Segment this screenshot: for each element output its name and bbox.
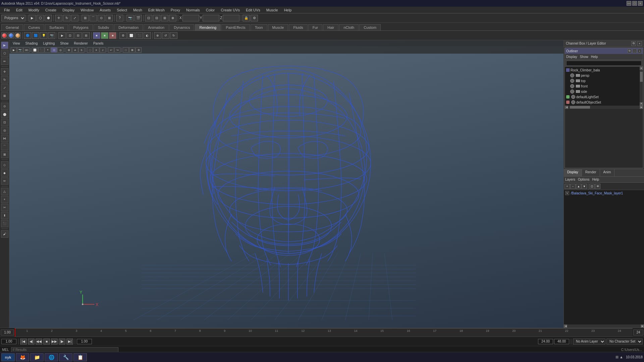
outliner-scroll-up[interactable]: ▲ — [640, 67, 643, 70]
outliner-item-side[interactable]: side — [565, 89, 640, 94]
tab-surfaces[interactable]: Surfaces — [45, 24, 68, 31]
lt-move[interactable]: ✛ — [1, 68, 8, 75]
le-hscroll-right[interactable]: ▶ — [641, 324, 644, 328]
tab-painteffects[interactable]: PaintEffects — [221, 24, 250, 31]
tab-curves[interactable]: Curves — [24, 24, 44, 31]
shelf-render2[interactable]: ⊡ — [66, 32, 74, 39]
vpm-view[interactable]: View — [11, 41, 22, 46]
win-controls[interactable]: — □ × — [627, 1, 643, 6]
outliner-close[interactable]: × — [638, 49, 642, 53]
tb-tool3[interactable]: ⊞ — [161, 15, 168, 21]
outliner-float[interactable]: ⧉ — [628, 49, 632, 53]
le-tab-anim[interactable]: Anim — [600, 169, 615, 176]
le-tb-new[interactable]: + — [565, 184, 570, 189]
vtb-3d[interactable]: 3D — [23, 47, 30, 53]
le-tab-display[interactable]: Display — [564, 169, 582, 176]
tb-render-region[interactable]: 📷 — [126, 15, 134, 21]
shelf-camera[interactable]: 📷 — [48, 32, 55, 39]
taskbar-tool2[interactable]: 📋 — [73, 353, 87, 361]
timeline-start-input[interactable] — [1, 329, 14, 336]
le-tb-move-up[interactable]: ▲ — [576, 184, 581, 189]
menu-assets[interactable]: Assets — [97, 7, 113, 13]
tb-snap-grid[interactable]: ⊞ — [82, 15, 89, 21]
shelf-extra2[interactable]: ⬜ — [127, 32, 135, 39]
tb-lock[interactable]: 🔒 — [243, 15, 250, 21]
timeline-end-input[interactable] — [633, 329, 643, 336]
vtb-shading1[interactable]: ⬜ — [32, 47, 38, 53]
vtb-cam-settings[interactable]: ⚙ — [136, 47, 142, 53]
vtb-shad[interactable]: S — [78, 47, 85, 53]
tab-dynamics[interactable]: Dynamics — [169, 24, 194, 31]
vtb-cam-undo[interactable]: ↩ — [108, 47, 114, 53]
tb-tool4[interactable]: ⊕ — [169, 15, 176, 21]
vtb-xray-joints[interactable]: J — [100, 47, 106, 53]
pb-anim-end[interactable] — [554, 339, 569, 344]
tb-select-tool[interactable]: ▶ — [29, 15, 36, 21]
win-minimize[interactable]: — — [627, 1, 631, 6]
le-menu-help[interactable]: Help — [592, 178, 599, 181]
vpm-renderer[interactable]: Renderer — [72, 41, 90, 46]
vtb-resolution[interactable]: □ — [123, 47, 129, 53]
taskbar-tool1[interactable]: 🔧 — [59, 353, 72, 361]
layer-v-1[interactable]: V — [565, 191, 569, 195]
lt-ik[interactable]: ⋈ — [1, 135, 8, 142]
shelf-material[interactable]: 🔵 — [24, 32, 31, 39]
lt-ep[interactable]: ◆ — [1, 169, 8, 177]
lt-paint-sel[interactable]: ✏ — [1, 58, 8, 65]
lt-scale[interactable]: ⤢ — [1, 84, 8, 92]
tab-general[interactable]: General — [1, 24, 23, 31]
lt-sculpt[interactable]: ⬤ — [1, 111, 8, 118]
outliner-item-lightset[interactable]: defaultLightSet — [565, 94, 640, 100]
vtb-camera[interactable]: 📷 — [17, 47, 23, 53]
playhead[interactable] — [15, 328, 15, 337]
menu-edit-mesh[interactable]: Edit Mesh — [146, 7, 167, 13]
lt-select[interactable]: ▶ — [1, 42, 8, 49]
tab-custom[interactable]: Custom — [359, 24, 381, 31]
tb-move[interactable]: ✛ — [55, 15, 62, 21]
outliner-maximize[interactable]: □ — [633, 49, 637, 53]
lt-bend[interactable]: ⌒ — [1, 143, 8, 150]
outliner-menu-display[interactable]: Display — [566, 55, 577, 59]
le-menu-options[interactable]: Options — [578, 178, 589, 181]
taskbar-explorer[interactable]: 📁 — [30, 353, 44, 361]
pb-anim-start[interactable] — [538, 339, 553, 344]
vtb-select[interactable]: ▶ — [11, 47, 17, 53]
shelf-btn-2[interactable] — [8, 33, 14, 39]
shelf-extra3[interactable]: ⬛ — [136, 32, 143, 39]
menu-display[interactable]: Display — [60, 7, 77, 13]
tb-paint[interactable]: ⬢ — [45, 15, 52, 21]
menu-create-uvs[interactable]: Create UVs — [218, 7, 243, 13]
tb-y-input[interactable] — [203, 15, 219, 21]
lt-create-poly[interactable]: △ — [1, 188, 8, 195]
outliner-menu-show[interactable]: Show — [580, 55, 588, 59]
outliner-item-front[interactable]: front — [565, 83, 640, 89]
tb-history[interactable]: ? — [116, 15, 123, 21]
menu-select[interactable]: Select — [114, 7, 130, 13]
shelf-col2[interactable]: ■ — [101, 32, 108, 39]
outliner-hscrollbar[interactable]: ◀ ▶ — [565, 106, 643, 109]
menu-muscle[interactable]: Muscle — [264, 7, 281, 13]
shelf-render1[interactable]: ▶ — [58, 32, 66, 39]
tb-ipr[interactable]: 🎬 — [135, 15, 142, 21]
shelf-render4[interactable]: ⊞ — [83, 32, 90, 39]
lt-bridge[interactable]: ⬛ — [1, 220, 8, 227]
taskbar-firefox[interactable]: 🦊 — [16, 353, 29, 361]
pb-current-frame-right[interactable] — [77, 339, 92, 344]
taskbar-browser[interactable]: 🌐 — [45, 353, 58, 361]
lt-extrude[interactable]: ⬆ — [1, 212, 8, 219]
shelf-extra5[interactable]: ⊕ — [154, 32, 161, 39]
outliner-search-input[interactable] — [566, 61, 642, 66]
le-menu-layers[interactable]: Layers — [565, 178, 575, 181]
lt-joint[interactable]: ◎ — [1, 127, 8, 134]
shelf-render3[interactable]: ⊟ — [74, 32, 82, 39]
pb-play[interactable]: ▶▶ — [51, 339, 58, 345]
timeline-ruler[interactable]: 12345 678910 1112131415 1617181920 21222… — [15, 328, 633, 337]
outliner-hscroll-thumb[interactable] — [570, 106, 590, 109]
pb-step-fwd[interactable]: |▶ — [59, 339, 65, 345]
menu-help[interactable]: Help — [281, 7, 294, 13]
timeline-area[interactable]: 12345 678910 1112131415 1617181920 21222… — [0, 328, 644, 337]
lt-soft-mod[interactable]: ⊙ — [1, 103, 8, 110]
vpm-show[interactable]: Show — [58, 41, 70, 46]
lt-universal[interactable]: ⊞ — [1, 92, 8, 100]
shelf-light[interactable]: 💡 — [40, 32, 47, 39]
